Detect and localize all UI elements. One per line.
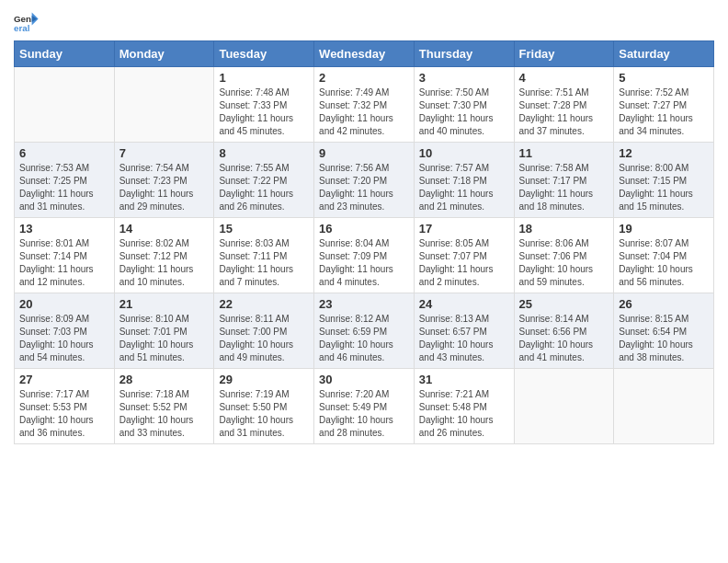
day-info: Sunrise: 7:53 AMSunset: 7:25 PMDaylight:… [19, 162, 109, 213]
calendar-week-row: 6Sunrise: 7:53 AMSunset: 7:25 PMDaylight… [15, 143, 714, 218]
calendar-cell: 6Sunrise: 7:53 AMSunset: 7:25 PMDaylight… [15, 143, 115, 218]
day-info: Sunrise: 7:20 AMSunset: 5:49 PMDaylight:… [319, 388, 409, 440]
day-number: 12 [619, 146, 709, 160]
weekday-header-friday: Friday [514, 41, 614, 67]
calendar-cell: 20Sunrise: 8:09 AMSunset: 7:03 PMDayligh… [15, 293, 115, 369]
day-number: 16 [319, 222, 409, 236]
day-number: 20 [19, 297, 109, 311]
calendar-cell: 26Sunrise: 8:15 AMSunset: 6:54 PMDayligh… [614, 293, 714, 369]
day-info: Sunrise: 7:49 AMSunset: 7:32 PMDaylight:… [319, 86, 409, 138]
calendar-cell: 3Sunrise: 7:50 AMSunset: 7:30 PMDaylight… [414, 67, 514, 143]
calendar-cell: 12Sunrise: 8:00 AMSunset: 7:15 PMDayligh… [614, 143, 714, 218]
day-info: Sunrise: 7:51 AMSunset: 7:28 PMDaylight:… [519, 86, 609, 138]
day-info: Sunrise: 7:58 AMSunset: 7:17 PMDaylight:… [519, 162, 609, 213]
calendar-week-row: 13Sunrise: 8:01 AMSunset: 7:14 PMDayligh… [15, 218, 714, 293]
day-info: Sunrise: 8:14 AMSunset: 6:56 PMDaylight:… [519, 313, 609, 364]
weekday-header-thursday: Thursday [414, 41, 514, 67]
weekday-header-wednesday: Wednesday [314, 41, 415, 67]
calendar-cell: 23Sunrise: 8:12 AMSunset: 6:59 PMDayligh… [314, 293, 415, 369]
day-info: Sunrise: 8:12 AMSunset: 6:59 PMDaylight:… [319, 313, 409, 364]
calendar-cell: 4Sunrise: 7:51 AMSunset: 7:28 PMDaylight… [514, 67, 614, 143]
calendar-week-row: 20Sunrise: 8:09 AMSunset: 7:03 PMDayligh… [15, 293, 714, 369]
calendar-cell: 31Sunrise: 7:21 AMSunset: 5:48 PMDayligh… [414, 369, 514, 444]
logo: Gen eral [14, 9, 43, 35]
day-info: Sunrise: 8:13 AMSunset: 6:57 PMDaylight:… [419, 313, 509, 364]
day-number: 14 [119, 222, 210, 236]
day-info: Sunrise: 8:07 AMSunset: 7:04 PMDaylight:… [619, 237, 709, 289]
day-info: Sunrise: 7:50 AMSunset: 7:30 PMDaylight:… [419, 86, 509, 138]
day-number: 3 [419, 71, 509, 85]
calendar-cell: 2Sunrise: 7:49 AMSunset: 7:32 PMDaylight… [314, 67, 415, 143]
calendar-cell: 11Sunrise: 7:58 AMSunset: 7:17 PMDayligh… [514, 143, 614, 218]
day-info: Sunrise: 8:00 AMSunset: 7:15 PMDaylight:… [619, 162, 709, 213]
day-info: Sunrise: 7:18 AMSunset: 5:52 PMDaylight:… [119, 388, 210, 440]
day-number: 24 [419, 297, 509, 311]
svg-text:eral: eral [14, 23, 30, 33]
day-number: 8 [219, 146, 309, 160]
day-info: Sunrise: 7:54 AMSunset: 7:23 PMDaylight:… [119, 162, 210, 213]
day-number: 28 [119, 373, 210, 386]
calendar-cell [514, 369, 614, 444]
day-number: 15 [219, 222, 309, 236]
page-header: Gen eral [14, 9, 714, 35]
day-info: Sunrise: 8:04 AMSunset: 7:09 PMDaylight:… [319, 237, 409, 289]
calendar-cell: 24Sunrise: 8:13 AMSunset: 6:57 PMDayligh… [414, 293, 514, 369]
calendar-header-row: SundayMondayTuesdayWednesdayThursdayFrid… [15, 41, 714, 67]
calendar-cell: 9Sunrise: 7:56 AMSunset: 7:20 PMDaylight… [314, 143, 415, 218]
calendar-cell: 18Sunrise: 8:06 AMSunset: 7:06 PMDayligh… [514, 218, 614, 293]
day-info: Sunrise: 8:15 AMSunset: 6:54 PMDaylight:… [619, 313, 709, 364]
logo-icon: Gen eral [14, 9, 40, 35]
day-info: Sunrise: 7:17 AMSunset: 5:53 PMDaylight:… [19, 388, 109, 440]
calendar-cell: 27Sunrise: 7:17 AMSunset: 5:53 PMDayligh… [15, 369, 115, 444]
day-info: Sunrise: 8:03 AMSunset: 7:11 PMDaylight:… [219, 237, 309, 289]
day-number: 5 [619, 71, 709, 85]
day-info: Sunrise: 8:11 AMSunset: 7:00 PMDaylight:… [219, 313, 309, 364]
day-info: Sunrise: 7:52 AMSunset: 7:27 PMDaylight:… [619, 86, 709, 138]
day-number: 7 [119, 146, 210, 160]
day-number: 11 [519, 146, 609, 160]
calendar-table: SundayMondayTuesdayWednesdayThursdayFrid… [14, 40, 714, 444]
calendar-cell: 1Sunrise: 7:48 AMSunset: 7:33 PMDaylight… [214, 67, 314, 143]
day-info: Sunrise: 8:01 AMSunset: 7:14 PMDaylight:… [19, 237, 109, 289]
calendar-cell: 17Sunrise: 8:05 AMSunset: 7:07 PMDayligh… [414, 218, 514, 293]
calendar-cell [15, 67, 115, 143]
day-number: 6 [19, 146, 109, 160]
calendar-cell: 8Sunrise: 7:55 AMSunset: 7:22 PMDaylight… [214, 143, 314, 218]
day-info: Sunrise: 7:48 AMSunset: 7:33 PMDaylight:… [219, 86, 309, 138]
calendar-week-row: 1Sunrise: 7:48 AMSunset: 7:33 PMDaylight… [15, 67, 714, 143]
calendar-cell: 25Sunrise: 8:14 AMSunset: 6:56 PMDayligh… [514, 293, 614, 369]
calendar-cell: 21Sunrise: 8:10 AMSunset: 7:01 PMDayligh… [114, 293, 214, 369]
calendar-cell: 5Sunrise: 7:52 AMSunset: 7:27 PMDaylight… [614, 67, 714, 143]
day-number: 23 [319, 297, 409, 311]
day-number: 21 [119, 297, 210, 311]
day-number: 19 [619, 222, 709, 236]
calendar-cell [614, 369, 714, 444]
calendar-cell: 10Sunrise: 7:57 AMSunset: 7:18 PMDayligh… [414, 143, 514, 218]
day-info: Sunrise: 8:10 AMSunset: 7:01 PMDaylight:… [119, 313, 210, 364]
day-number: 25 [519, 297, 609, 311]
calendar-cell: 15Sunrise: 8:03 AMSunset: 7:11 PMDayligh… [214, 218, 314, 293]
calendar-cell: 14Sunrise: 8:02 AMSunset: 7:12 PMDayligh… [114, 218, 214, 293]
day-number: 9 [319, 146, 409, 160]
day-info: Sunrise: 7:57 AMSunset: 7:18 PMDaylight:… [419, 162, 509, 213]
day-info: Sunrise: 7:21 AMSunset: 5:48 PMDaylight:… [419, 388, 509, 440]
day-number: 18 [519, 222, 609, 236]
calendar-cell: 7Sunrise: 7:54 AMSunset: 7:23 PMDaylight… [114, 143, 214, 218]
day-number: 31 [419, 373, 509, 386]
day-number: 2 [319, 71, 409, 85]
day-info: Sunrise: 8:06 AMSunset: 7:06 PMDaylight:… [519, 237, 609, 289]
day-number: 30 [319, 373, 409, 386]
day-info: Sunrise: 7:55 AMSunset: 7:22 PMDaylight:… [219, 162, 309, 213]
day-info: Sunrise: 7:56 AMSunset: 7:20 PMDaylight:… [319, 162, 409, 213]
day-number: 29 [219, 373, 309, 386]
weekday-header-saturday: Saturday [614, 41, 714, 67]
day-number: 4 [519, 71, 609, 85]
calendar-cell: 22Sunrise: 8:11 AMSunset: 7:00 PMDayligh… [214, 293, 314, 369]
calendar-cell [114, 67, 214, 143]
weekday-header-monday: Monday [114, 41, 214, 67]
calendar-cell: 16Sunrise: 8:04 AMSunset: 7:09 PMDayligh… [314, 218, 415, 293]
day-number: 27 [19, 373, 109, 386]
day-number: 10 [419, 146, 509, 160]
calendar-week-row: 27Sunrise: 7:17 AMSunset: 5:53 PMDayligh… [15, 369, 714, 444]
weekday-header-sunday: Sunday [15, 41, 115, 67]
